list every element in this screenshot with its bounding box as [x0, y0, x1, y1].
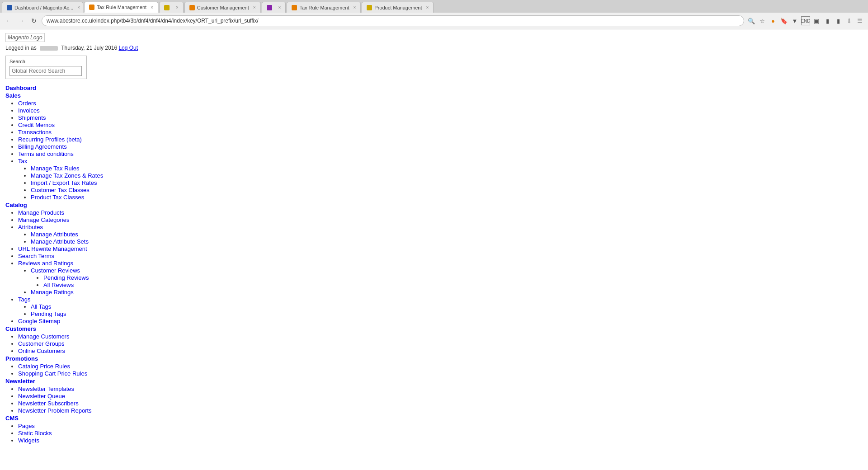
newsletter-templates-link[interactable]: Newsletter Templates: [18, 385, 74, 392]
end-icon[interactable]: END: [801, 16, 810, 25]
list-item: Billing Agreements: [18, 143, 863, 150]
storage-icon[interactable]: ▮: [834, 16, 843, 25]
reviews-ratings-submenu: Customer Reviews Pending Reviews All Rev…: [18, 267, 863, 296]
pending-reviews-link[interactable]: Pending Reviews: [43, 274, 89, 281]
puzzle-icon[interactable]: ▮: [823, 16, 832, 25]
list-item: All Reviews: [43, 282, 863, 288]
newsletter-link[interactable]: Newsletter: [5, 378, 35, 385]
sales-link[interactable]: Sales: [5, 92, 21, 99]
search-icon[interactable]: 🔍: [747, 16, 756, 25]
tab-label-6: Tax Rule Management: [299, 5, 349, 10]
cms-link[interactable]: CMS: [5, 415, 19, 422]
search-input[interactable]: [9, 66, 82, 76]
manage-ratings-link[interactable]: Manage Ratings: [31, 289, 74, 296]
tab-close-5[interactable]: ×: [278, 5, 281, 10]
nav-cms: CMS Pages Static Blocks Widgets: [5, 415, 863, 444]
static-blocks-link[interactable]: Static Blocks: [18, 430, 52, 437]
download-icon[interactable]: ⇩: [844, 16, 854, 25]
tab-6[interactable]: Tax Rule Management ×: [287, 2, 361, 13]
dashboard-link[interactable]: Dashboard: [5, 85, 36, 91]
reviews-ratings-link[interactable]: Reviews and Ratings: [18, 260, 73, 267]
tax-link[interactable]: Tax: [18, 158, 27, 164]
menu-icon[interactable]: ☰: [855, 16, 864, 25]
all-tags-link[interactable]: All Tags: [31, 303, 51, 310]
newsletter-queue-link[interactable]: Newsletter Queue: [18, 393, 65, 400]
billing-agreements-link[interactable]: Billing Agreements: [18, 143, 67, 150]
search-terms-link[interactable]: Search Terms: [18, 253, 54, 259]
url-rewrite-link[interactable]: URL Rewrite Management: [18, 245, 87, 252]
list-item: Manage Ratings: [31, 289, 863, 296]
manage-tax-zones-rates-link[interactable]: Manage Tax Zones & Rates: [31, 172, 103, 179]
tab-2[interactable]: Tax Rule Management ×: [84, 2, 158, 13]
import-export-tax-rates-link[interactable]: Import / Export Tax Rates: [31, 179, 97, 186]
dropdown-icon[interactable]: ▼: [790, 16, 799, 25]
bookmark-icon[interactable]: 🔖: [779, 16, 788, 25]
manage-products-link[interactable]: Manage Products: [18, 209, 64, 216]
nav-customers: Customers Manage Customers Customer Grou…: [5, 325, 863, 354]
promotions-link[interactable]: Promotions: [5, 355, 38, 362]
catalog-price-rules-link[interactable]: Catalog Price Rules: [18, 363, 70, 370]
newsletter-problem-reports-link[interactable]: Newsletter Problem Reports: [18, 407, 92, 414]
tab-4[interactable]: Customer Management ×: [184, 2, 261, 13]
shipments-link[interactable]: Shipments: [18, 114, 46, 121]
attributes-link[interactable]: Attributes: [18, 224, 43, 230]
tags-link[interactable]: Tags: [18, 296, 30, 303]
manage-attribute-sets-link[interactable]: Manage Attribute Sets: [31, 238, 89, 245]
forward-button[interactable]: →: [16, 16, 26, 26]
customer-tax-classes-link[interactable]: Customer Tax Classes: [31, 187, 90, 193]
nav-tags: Tags All Tags Pending Tags: [18, 296, 863, 317]
reload-button[interactable]: ↻: [29, 16, 39, 26]
tab-close-1[interactable]: ×: [77, 5, 80, 10]
tab-close-4[interactable]: ×: [253, 5, 256, 10]
online-customers-link[interactable]: Online Customers: [18, 348, 65, 354]
manage-tax-rules-link[interactable]: Manage Tax Rules: [31, 165, 79, 172]
invoices-link[interactable]: Invoices: [18, 107, 40, 114]
transactions-link[interactable]: Transactions: [18, 129, 52, 136]
monitor-icon[interactable]: ▣: [812, 16, 821, 25]
page-content: Magento Logo Logged in as Thursday, 21 J…: [0, 29, 868, 448]
orders-link[interactable]: Orders: [18, 100, 36, 107]
tab-3[interactable]: ×: [159, 2, 184, 13]
customer-groups-link[interactable]: Customer Groups: [18, 340, 65, 347]
star-icon[interactable]: ☆: [758, 16, 767, 25]
back-button[interactable]: ←: [4, 16, 14, 26]
attributes-submenu: Manage Attributes Manage Attribute Sets: [18, 231, 863, 245]
google-sitemap-link[interactable]: Google Sitemap: [18, 318, 60, 324]
tab-7[interactable]: Product Management ×: [362, 2, 434, 13]
recurring-profiles-link[interactable]: Recurring Profiles (beta): [18, 136, 82, 143]
tab-close-2[interactable]: ×: [151, 5, 153, 10]
newsletter-submenu: Newsletter Templates Newsletter Queue Ne…: [5, 385, 863, 414]
shopping-cart-price-rules-link[interactable]: Shopping Cart Price Rules: [18, 370, 87, 377]
list-item: Customer Groups: [18, 340, 863, 347]
tab-close-3[interactable]: ×: [176, 5, 179, 10]
customers-link[interactable]: Customers: [5, 325, 36, 332]
all-reviews-link[interactable]: All Reviews: [43, 282, 74, 288]
newsletter-subscribers-link[interactable]: Newsletter Subscribers: [18, 400, 79, 407]
browser-tabs: Dashboard / Magento Ac... × Tax Rule Man…: [0, 0, 868, 13]
tab-close-6[interactable]: ×: [353, 5, 356, 10]
login-text: Logged in as: [5, 45, 37, 51]
username-blurred: [40, 46, 58, 51]
logout-link[interactable]: Log Out: [118, 45, 138, 51]
tab-5[interactable]: ×: [262, 2, 286, 13]
tab-1[interactable]: Dashboard / Magento Ac... ×: [2, 2, 83, 13]
list-item: Manage Categories: [18, 216, 863, 223]
list-item: Shipments: [18, 114, 863, 121]
terms-conditions-link[interactable]: Terms and conditions: [18, 150, 74, 157]
firefox-icon: ●: [769, 16, 778, 25]
catalog-link[interactable]: Catalog: [5, 202, 27, 208]
tab-favicon-6: [292, 5, 297, 10]
product-tax-classes-link[interactable]: Product Tax Classes: [31, 194, 84, 201]
tab-close-7[interactable]: ×: [426, 5, 429, 10]
pages-link[interactable]: Pages: [18, 423, 35, 429]
manage-customers-link[interactable]: Manage Customers: [18, 333, 69, 340]
manage-categories-link[interactable]: Manage Categories: [18, 216, 69, 223]
pending-tags-link[interactable]: Pending Tags: [31, 310, 66, 317]
tax-submenu: Manage Tax Rules Manage Tax Zones & Rate…: [18, 165, 863, 201]
credit-memos-link[interactable]: Credit Memos: [18, 122, 55, 128]
main-nav: Dashboard Sales Orders Invoices Shipment…: [5, 85, 863, 444]
address-bar[interactable]: [42, 15, 744, 26]
widgets-link[interactable]: Widgets: [18, 437, 39, 444]
customer-reviews-link[interactable]: Customer Reviews: [31, 267, 80, 274]
manage-attributes-link[interactable]: Manage Attributes: [31, 231, 78, 238]
